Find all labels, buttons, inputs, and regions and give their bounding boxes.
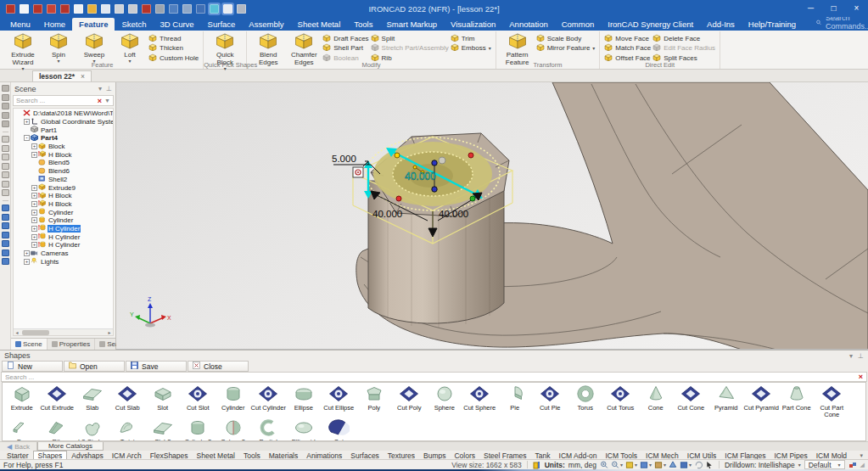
ribbon-button-delete-face[interactable]: Delete Face	[652, 34, 715, 43]
strip-tool-icon-1[interactable]	[2, 85, 9, 92]
catalog-item-slab[interactable]: Slab	[75, 384, 110, 418]
ribbon-button-draft-faces[interactable]: Draft Faces	[322, 34, 368, 43]
scroll-left-icon[interactable]: ◂	[14, 329, 20, 335]
tree-expander-icon[interactable]: +	[31, 201, 37, 207]
tree-expander-icon[interactable]: +	[31, 234, 37, 240]
qat-icon-15[interactable]	[196, 4, 205, 14]
strip-tool-icon-17[interactable]	[2, 222, 9, 229]
strip-tool-icon-12[interactable]	[2, 181, 9, 188]
qat-icon-5[interactable]	[60, 4, 70, 14]
catalog-item-l3-circles[interactable]: L3 Circles	[75, 418, 110, 441]
shape-display-icon[interactable]: ▾	[625, 461, 637, 469]
tree-item-h-block[interactable]: +H Block	[14, 192, 113, 200]
tree-expander-icon[interactable]: +	[31, 210, 37, 216]
tree-expander-icon[interactable]: +	[24, 259, 30, 265]
ribbon-tab-feature[interactable]: Feature	[72, 18, 115, 31]
undo-view-icon[interactable]	[694, 461, 703, 469]
strip-tool-icon-15[interactable]	[2, 205, 9, 211]
ribbon-tab-visualization[interactable]: Visualization	[444, 18, 502, 31]
catalog-item-partial-torus[interactable]: Partial Torus	[251, 418, 287, 441]
document-tab-close-icon[interactable]: ×	[81, 72, 85, 81]
tree-expander-icon[interactable]: +	[31, 152, 37, 158]
tree-expander-icon[interactable]: +	[24, 119, 30, 125]
catalog-item-extrude[interactable]: Extrude	[4, 384, 40, 418]
tree-item-part4[interactable]: -Part4	[14, 134, 113, 143]
qat-icon-17[interactable]	[223, 4, 232, 14]
shapes-search-clear-icon[interactable]: ×	[859, 373, 863, 381]
qat-icon-1[interactable]	[6, 4, 15, 14]
tree-expander-icon[interactable]: +	[31, 143, 37, 149]
tree-item-blend5[interactable]: Blend5	[14, 159, 113, 167]
ribbon-button-quick-block[interactable]: Quick Block▾	[208, 32, 242, 60]
strip-tool-icon-7[interactable]	[2, 136, 9, 143]
tree-item-shell2[interactable]: Shell2	[14, 176, 113, 184]
scroll-thumb[interactable]	[22, 330, 49, 335]
catalog-back-button[interactable]: ◀ Back	[0, 442, 37, 451]
strip-tool-icon-19[interactable]	[2, 240, 9, 247]
qat-icon-9[interactable]	[115, 4, 124, 14]
ribbon-button-move-face[interactable]: Move Face	[604, 34, 651, 43]
strip-tool-icon-8[interactable]	[2, 145, 9, 152]
qat-icon-14[interactable]	[182, 4, 192, 14]
catalog-item-cylinder[interactable]: Cylinder	[216, 384, 251, 418]
catalog-item-cut-slab[interactable]: Cut Slab	[110, 384, 146, 418]
brush-icon[interactable]	[669, 461, 677, 469]
ribbon-tab-sketch[interactable]: Sketch	[115, 18, 153, 31]
strip-tool-icon-11[interactable]	[2, 171, 9, 178]
catalog-item-cut-ellipse[interactable]: Cut Ellipse	[322, 384, 357, 418]
catalog-item-torus[interactable]: Torus	[568, 384, 603, 418]
qat-icon-8[interactable]	[101, 4, 110, 14]
catalog-item-cut-part-cone[interactable]: Cut Part Cone	[815, 384, 850, 418]
catalog-item-slot[interactable]: Slot	[145, 384, 181, 418]
ribbon-button-chamfer-edges[interactable]: Chamfer Edges	[287, 32, 321, 60]
ribbon-tab-ironcad-synergy-client[interactable]: IronCAD Synergy Client	[601, 18, 700, 31]
catalog-item-cut-pyramid[interactable]: Cut Pyramid	[744, 384, 780, 418]
ribbon-button-spin[interactable]: Spin▾	[42, 32, 76, 60]
ribbon-tab-3d-curve[interactable]: 3D Curve	[153, 18, 200, 31]
ribbon-button-emboss[interactable]: Emboss▾	[451, 44, 491, 53]
strip-tool-icon-21[interactable]	[2, 258, 9, 265]
render-mode-icon[interactable]: ▾	[640, 461, 652, 469]
tree-expander-icon[interactable]: +	[31, 185, 37, 191]
minimize-button[interactable]: ─	[799, 0, 822, 17]
catalog-item-ellipsoid[interactable]: Ellipsoid	[286, 418, 322, 441]
ribbon-button-shell-part[interactable]: Shell Part	[322, 44, 368, 53]
panel-tab-properties[interactable]: Properties	[48, 339, 95, 350]
catalog-item-cut-pie[interactable]: Cut Pie	[533, 384, 568, 418]
qat-icon-4[interactable]	[47, 4, 56, 14]
tree-item-d-data-2018-new-word-tech-net[interactable]: D:\data\2018 NEW\Word\TECH-NET	[14, 109, 113, 118]
scroll-right-icon[interactable]: ▸	[106, 329, 113, 335]
select-cursor-icon[interactable]	[705, 461, 714, 469]
scene-tree-hscrollbar[interactable]: ◂ ▸	[14, 328, 113, 335]
status-drilldown[interactable]: Drilldown: Intellishape	[725, 461, 795, 469]
catalog-item-cut-torus[interactable]: Cut Torus	[603, 384, 639, 418]
qat-icon-2[interactable]	[20, 4, 29, 14]
config-icon[interactable]	[848, 461, 857, 469]
tree-expander-icon[interactable]: +	[31, 242, 37, 248]
qat-icon-10[interactable]	[128, 4, 137, 14]
catalog-item-pie[interactable]: Pie	[497, 384, 533, 418]
scene-search-input[interactable]: Search ... × ▼	[13, 95, 114, 106]
ribbon-tab-sheet-metal[interactable]: Sheet Metal	[291, 18, 348, 31]
ribbon-tab-common[interactable]: Common	[555, 18, 602, 31]
catalog-item-cylinder2[interactable]: Cylinder2	[181, 418, 216, 441]
catalog-item-cut-cylinder[interactable]: Cut Cylinder	[251, 384, 287, 418]
ribbon-button-split[interactable]: Split	[371, 34, 449, 43]
strip-tool-icon-20[interactable]	[2, 250, 9, 256]
qat-icon-6[interactable]	[74, 4, 83, 14]
ribbon-tab-tools[interactable]: Tools	[347, 18, 379, 31]
ribbon-tab-smart-markup[interactable]: Smart Markup	[379, 18, 444, 31]
catalog-item-pyramid[interactable]: Pyramid	[708, 384, 744, 418]
ribbon-button-thicken[interactable]: Thicken	[148, 44, 199, 53]
strip-tool-icon-4[interactable]	[2, 112, 9, 119]
resize-grip[interactable]: ◢	[860, 462, 865, 468]
ribbon-button-loft[interactable]: Loft▾	[113, 32, 147, 60]
catalog-item-ellipse[interactable]: Ellipse	[286, 384, 322, 418]
shapes-open-button[interactable]: Open	[64, 361, 125, 372]
camera-view-icon[interactable]: ▾	[680, 461, 692, 469]
tree-expander-icon[interactable]: +	[31, 226, 37, 232]
catalog-item-cut-poly[interactable]: Cut Poly	[392, 384, 428, 418]
panel-tab-scene[interactable]: Scene	[11, 339, 48, 350]
strip-tool-icon-5[interactable]	[2, 121, 9, 127]
catalog-item-cut-cone[interactable]: Cut Cone	[674, 384, 709, 418]
